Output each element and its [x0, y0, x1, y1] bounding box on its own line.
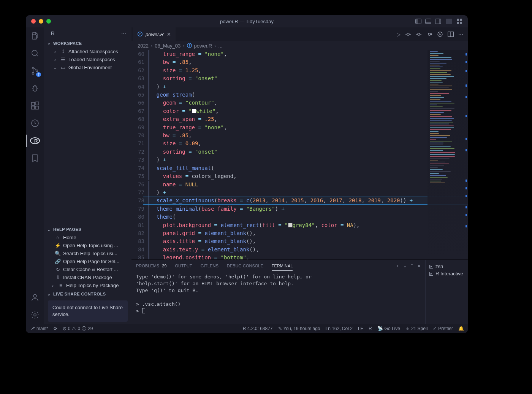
tab-output[interactable]: OUTPUT — [175, 261, 192, 270]
explorer-icon[interactable] — [30, 30, 40, 41]
tab-terminal[interactable]: TERMINAL — [272, 261, 293, 271]
help-page-selection[interactable]: 🔗Open Help Page for Sel... — [44, 257, 131, 265]
titlebar: power.R — TidyTuesday — [26, 15, 468, 27]
help-label: HELP PAGES — [53, 227, 81, 232]
help-list: ⌂Home ⚡Open Help Topic using ... 🔍Search… — [44, 234, 131, 289]
source-control-icon[interactable]: 7 — [30, 65, 40, 76]
liveshare-message: Could not connect to Live Share service. — [48, 300, 128, 322]
minimap[interactable] — [428, 50, 468, 259]
customize-layout-icon[interactable] — [456, 19, 462, 24]
terminal-output[interactable]: Type 'demo()' for some demos, 'help()' f… — [131, 272, 425, 324]
workspace-label: WORKSPACE — [53, 41, 82, 46]
svg-point-23 — [407, 33, 409, 35]
svg-rect-7 — [460, 19, 462, 21]
debug-icon[interactable] — [30, 83, 40, 94]
code-editor[interactable]: 6061626364656667686970717273747576777879… — [131, 50, 468, 259]
git-push-icon[interactable] — [426, 31, 432, 37]
terminal-item-zsh[interactable]: zsh — [429, 263, 464, 270]
workspace-item-loaded[interactable]: ›☰Loaded Namespaces — [44, 56, 131, 64]
gitlens-icon[interactable] — [30, 118, 40, 129]
go-live-status[interactable]: 📡 Go Live — [377, 326, 400, 331]
svg-rect-3 — [426, 22, 431, 24]
activity-bar: 7 R — [26, 27, 44, 324]
more-actions-icon[interactable]: ⋯ — [458, 31, 463, 37]
account-icon[interactable] — [30, 292, 40, 303]
help-clear-cache[interactable]: ↻Clear Cache & Restart ... — [44, 265, 131, 273]
help-open-topic[interactable]: ⚡Open Help Topic using ... — [44, 241, 131, 249]
eol-status[interactable]: LF — [358, 326, 363, 331]
workspace-item-attached[interactable]: ›⟟Attached Namespaces — [44, 47, 131, 56]
tab-problems[interactable]: PROBLEMS 29 — [136, 261, 166, 270]
terminal-cursor — [142, 308, 145, 313]
toggle-secondary-sidebar-icon[interactable] — [435, 19, 441, 24]
home-icon: ⌂ — [55, 235, 61, 240]
close-window-button[interactable] — [31, 19, 36, 24]
git-blame-status[interactable]: ✎ You, 19 hours ago — [278, 326, 320, 331]
split-editor-icon[interactable] — [448, 31, 454, 37]
toggle-panel-icon[interactable] — [425, 19, 431, 24]
r-file-icon: ⓡ — [138, 31, 142, 38]
help-search[interactable]: 🔍Search Help Topics usi... — [44, 249, 131, 257]
svg-point-11 — [32, 67, 34, 69]
list-icon: ≡ — [58, 283, 64, 288]
svg-point-21 — [33, 294, 36, 297]
workspace-item-global[interactable]: ⌄▭Global Environment — [44, 64, 131, 71]
bookmark-icon[interactable] — [30, 153, 40, 164]
run-icon[interactable]: ▷ — [397, 31, 401, 37]
liveshare-section[interactable]: ⌄LIVE SHARE CONTROLS — [44, 289, 131, 298]
download-icon: ⇩ — [55, 275, 61, 280]
sidebar-more-icon[interactable]: ⋯ — [121, 30, 127, 36]
svg-rect-15 — [32, 106, 35, 109]
extensions-icon[interactable] — [30, 100, 40, 111]
close-tab-icon[interactable]: ✕ — [167, 32, 171, 37]
git-commit-icon-2[interactable] — [416, 31, 422, 37]
maximize-window-button[interactable] — [46, 19, 51, 24]
tab-gitlens[interactable]: GITLENS — [201, 261, 218, 270]
spell-status[interactable]: ⚠ 21 Spell — [405, 326, 428, 331]
git-commit-icon[interactable] — [405, 31, 411, 37]
r-file-icon: ⓡ — [187, 42, 192, 49]
breadcrumb[interactable]: 2022› 08_May_03› ⓡ power.R› ... — [131, 41, 468, 50]
toggle-primary-sidebar-icon[interactable] — [415, 19, 421, 24]
r-extension-icon[interactable]: R — [30, 135, 40, 146]
terminal-dropdown-icon[interactable]: ⌄ — [403, 264, 407, 268]
help-install-cran[interactable]: ⇩Install CRAN Package — [44, 273, 131, 281]
svg-point-22 — [34, 314, 36, 316]
help-section[interactable]: ⌄HELP PAGES — [44, 225, 131, 234]
cursor-position-status[interactable]: Ln 162, Col 2 — [326, 326, 353, 331]
editor-tab[interactable]: ⓡ power.R ✕ — [133, 27, 176, 41]
vscode-window: power.R — TidyTuesday 7 R — [26, 15, 468, 333]
help-topics-package[interactable]: ›≡Help Topics by Package — [44, 281, 131, 289]
minimize-window-button[interactable] — [39, 19, 43, 24]
language-status[interactable]: R — [369, 326, 372, 331]
help-home[interactable]: ⌂Home — [44, 234, 131, 241]
run-above-icon[interactable] — [437, 31, 443, 37]
svg-rect-6 — [457, 19, 459, 21]
workspace-section[interactable]: ⌄WORKSPACE — [44, 38, 131, 47]
tab-bar: ⓡ power.R ✕ ▷ ⋯ — [131, 27, 468, 41]
close-panel-icon[interactable]: ✕ — [417, 264, 421, 268]
branch-status[interactable]: ⎇ main* — [30, 326, 48, 331]
tab-filename: power.R — [146, 32, 164, 37]
new-terminal-icon[interactable]: + — [396, 264, 399, 268]
diagnostics-status[interactable]: ⊘ 0 ⚠ 0 ⓘ 29 — [63, 326, 93, 332]
settings-gear-icon[interactable] — [30, 310, 40, 320]
layout-controls — [415, 19, 462, 24]
search-icon[interactable] — [30, 48, 40, 59]
svg-point-25 — [428, 33, 431, 35]
svg-point-24 — [418, 33, 420, 35]
notifications-icon[interactable]: 🔔 — [458, 326, 464, 331]
svg-point-12 — [32, 73, 34, 75]
svg-rect-14 — [32, 102, 35, 105]
bottom-panel: PROBLEMS 29 OUTPUT GITLENS DEBUG CONSOLE… — [131, 259, 468, 324]
terminal-item-r[interactable]: R Interactive — [429, 270, 464, 277]
r-version-status[interactable]: R 4.2.0: 63877 — [243, 326, 273, 331]
prettier-status[interactable]: ✓ Prettier — [433, 326, 453, 331]
tab-debug-console[interactable]: DEBUG CONSOLE — [227, 261, 263, 270]
svg-point-10 — [32, 50, 37, 56]
editor-actions: ▷ ⋯ — [397, 31, 468, 37]
svg-text:R: R — [34, 138, 38, 144]
sync-icon[interactable]: ⟳ — [54, 326, 57, 331]
maximize-panel-icon[interactable]: ˆ — [411, 264, 413, 268]
terminal-list: zsh R Interactive — [425, 260, 468, 324]
